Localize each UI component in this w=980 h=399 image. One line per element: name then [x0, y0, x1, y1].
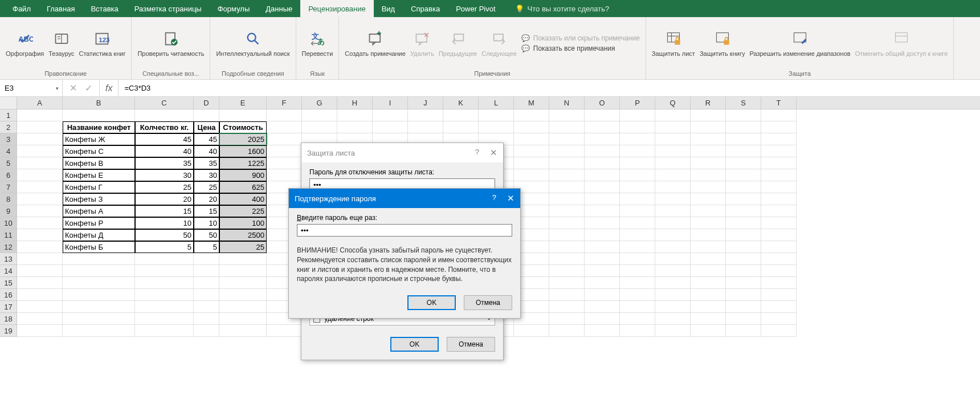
ok-button[interactable]: OK [390, 337, 439, 352]
cell-N4[interactable] [549, 145, 585, 157]
name-box[interactable]: E3 [0, 80, 63, 96]
cell-J2[interactable] [408, 121, 443, 133]
cell-E17[interactable] [219, 301, 267, 313]
cell-T7[interactable] [761, 181, 797, 193]
cell-R10[interactable] [691, 217, 726, 229]
cell-B10[interactable]: Конфеты Р [63, 217, 135, 229]
col-header-C[interactable]: C [135, 97, 194, 109]
cell-C5[interactable]: 35 [135, 157, 194, 169]
col-header-H[interactable]: H [337, 97, 373, 109]
cell-D9[interactable]: 15 [194, 205, 219, 217]
cell-A4[interactable] [17, 145, 63, 157]
cell-D19[interactable] [194, 325, 219, 337]
cell-C17[interactable] [135, 301, 194, 313]
cell-S8[interactable] [726, 193, 761, 205]
cell-Q18[interactable] [655, 313, 691, 325]
cell-P18[interactable] [620, 313, 655, 325]
cell-P13[interactable] [620, 253, 655, 265]
cell-E8[interactable]: 400 [219, 193, 267, 205]
cell-C13[interactable] [135, 253, 194, 265]
cell-A6[interactable] [17, 169, 63, 181]
cell-N1[interactable] [549, 109, 585, 121]
cell-T14[interactable] [761, 265, 797, 277]
cell-T12[interactable] [761, 241, 797, 253]
menu-Файл[interactable]: Файл [5, 0, 39, 17]
cell-C18[interactable] [135, 313, 194, 325]
cell-C9[interactable]: 15 [135, 205, 194, 217]
cell-N6[interactable] [549, 169, 585, 181]
cell-F6[interactable] [267, 169, 302, 181]
menu-Power Pivot[interactable]: Power Pivot [448, 0, 503, 17]
cell-C4[interactable]: 40 [135, 145, 194, 157]
cell-O18[interactable] [585, 313, 620, 325]
cell-A11[interactable] [17, 229, 63, 241]
cell-E1[interactable] [219, 109, 267, 121]
cell-B9[interactable]: Конфеты А [63, 205, 135, 217]
row-header-9[interactable]: 9 [0, 205, 17, 217]
col-header-P[interactable]: P [620, 97, 655, 109]
cell-B16[interactable] [63, 289, 135, 301]
cell-T5[interactable] [761, 157, 797, 169]
cell-O11[interactable] [585, 229, 620, 241]
ok-button[interactable]: OK [407, 295, 456, 310]
cell-C19[interactable] [135, 325, 194, 337]
cell-D15[interactable] [194, 277, 219, 289]
cell-A17[interactable] [17, 301, 63, 313]
row-header-19[interactable]: 19 [0, 325, 17, 337]
cell-R1[interactable] [691, 109, 726, 121]
row-header-7[interactable]: 7 [0, 181, 17, 193]
cell-D8[interactable]: 20 [194, 193, 219, 205]
new-comment-button[interactable]: +Создать примечание [342, 26, 408, 60]
cell-P19[interactable] [620, 325, 655, 337]
check-accessibility-button[interactable]: Проверить читаемость [135, 26, 206, 60]
row-header-12[interactable]: 12 [0, 241, 17, 253]
cell-C10[interactable]: 10 [135, 217, 194, 229]
row-header-15[interactable]: 15 [0, 277, 17, 289]
select-all-corner[interactable] [0, 97, 17, 109]
cell-P2[interactable] [620, 121, 655, 133]
cell-B15[interactable] [63, 277, 135, 289]
cell-R7[interactable] [691, 181, 726, 193]
cell-Q5[interactable] [655, 157, 691, 169]
close-icon[interactable]: ✕ [507, 193, 514, 203]
cell-D12[interactable]: 5 [194, 241, 219, 253]
col-header-K[interactable]: K [443, 97, 479, 109]
cell-E10[interactable]: 100 [219, 217, 267, 229]
cell-R5[interactable] [691, 157, 726, 169]
cell-A2[interactable] [17, 121, 63, 133]
cell-E9[interactable]: 225 [219, 205, 267, 217]
cell-L1[interactable] [479, 109, 514, 121]
cell-B2[interactable]: Название конфет [63, 121, 135, 133]
cell-O15[interactable] [585, 277, 620, 289]
cell-D6[interactable]: 30 [194, 169, 219, 181]
row-header-10[interactable]: 10 [0, 217, 17, 229]
cell-B19[interactable] [63, 325, 135, 337]
cell-R4[interactable] [691, 145, 726, 157]
cell-A10[interactable] [17, 217, 63, 229]
menu-Главная[interactable]: Главная [39, 0, 83, 17]
cell-E3[interactable]: 2025 [219, 133, 267, 145]
cell-F5[interactable] [267, 157, 302, 169]
cell-R2[interactable] [691, 121, 726, 133]
cell-S3[interactable] [726, 133, 761, 145]
cell-E15[interactable] [219, 277, 267, 289]
cell-E19[interactable] [219, 325, 267, 337]
cell-F2[interactable] [267, 121, 302, 133]
cell-D3[interactable]: 45 [194, 133, 219, 145]
cell-R3[interactable] [691, 133, 726, 145]
cell-R15[interactable] [691, 277, 726, 289]
cell-R11[interactable] [691, 229, 726, 241]
cell-O2[interactable] [585, 121, 620, 133]
help-icon[interactable]: ? [492, 193, 496, 202]
cell-P1[interactable] [620, 109, 655, 121]
cell-E18[interactable] [219, 313, 267, 325]
menu-Формулы[interactable]: Формулы [210, 0, 258, 17]
cell-T15[interactable] [761, 277, 797, 289]
cell-D2[interactable]: Цена [194, 121, 219, 133]
cell-O1[interactable] [585, 109, 620, 121]
thesaurus-button[interactable]: Тезаурус [46, 26, 76, 60]
cell-S5[interactable] [726, 157, 761, 169]
cell-P6[interactable] [620, 169, 655, 181]
cell-S9[interactable] [726, 205, 761, 217]
cell-B8[interactable]: Конфеты З [63, 193, 135, 205]
